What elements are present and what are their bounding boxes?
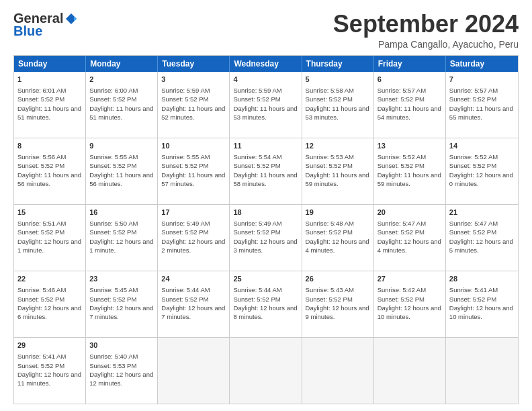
sunset-text: Sunset: 5:52 PM [449, 228, 515, 236]
day-number: 29 [17, 340, 82, 351]
calendar-cell: 22Sunrise: 5:46 AMSunset: 5:52 PMDayligh… [14, 271, 86, 337]
calendar-cell: 2Sunrise: 6:00 AMSunset: 5:52 PMDaylight… [86, 72, 158, 138]
calendar-cell [230, 338, 302, 404]
sunrise-text: Sunrise: 6:00 AM [89, 86, 154, 95]
day-number: 27 [378, 274, 442, 284]
title-block: September 2024 Pampa Cangallo, Ayacucho,… [333, 11, 519, 50]
sunset-text: Sunset: 5:52 PM [378, 295, 442, 304]
sunrise-text: Sunrise: 5:55 AM [161, 152, 226, 161]
header-monday: Monday [86, 56, 158, 72]
sunrise-text: Sunrise: 5:53 AM [306, 152, 370, 161]
calendar-cell: 6Sunrise: 5:57 AMSunset: 5:52 PMDaylight… [374, 72, 446, 138]
calendar-cell: 29Sunrise: 5:41 AMSunset: 5:52 PMDayligh… [14, 338, 86, 404]
day-number: 19 [306, 208, 370, 218]
daylight-text: Daylight: 12 hours and 11 minutes. [17, 370, 82, 388]
calendar-cell: 12Sunrise: 5:53 AMSunset: 5:52 PMDayligh… [302, 138, 374, 204]
daylight-text: Daylight: 11 hours and 53 minutes. [306, 104, 370, 122]
day-number: 25 [233, 274, 298, 284]
calendar-cell: 11Sunrise: 5:54 AMSunset: 5:52 PMDayligh… [230, 138, 302, 204]
calendar-cell: 15Sunrise: 5:51 AMSunset: 5:52 PMDayligh… [14, 205, 86, 271]
sunrise-text: Sunrise: 5:46 AM [17, 285, 82, 294]
calendar-cell: 7Sunrise: 5:57 AMSunset: 5:52 PMDaylight… [446, 72, 518, 138]
daylight-text: Daylight: 12 hours and 4 minutes. [306, 237, 370, 255]
sunrise-text: Sunrise: 5:49 AM [233, 219, 298, 228]
calendar: Sunday Monday Tuesday Wednesday Thursday… [13, 55, 519, 404]
sunrise-text: Sunrise: 5:59 AM [233, 86, 298, 95]
calendar-cell: 8Sunrise: 5:56 AMSunset: 5:52 PMDaylight… [14, 138, 86, 204]
day-number: 3 [161, 75, 226, 85]
day-number: 12 [306, 141, 370, 151]
sunrise-text: Sunrise: 5:49 AM [161, 219, 226, 228]
daylight-text: Daylight: 11 hours and 52 minutes. [161, 104, 226, 122]
daylight-text: Daylight: 12 hours and 3 minutes. [233, 237, 298, 255]
day-number: 28 [449, 274, 515, 284]
sunrise-text: Sunrise: 5:52 AM [449, 152, 515, 161]
calendar-cell: 20Sunrise: 5:47 AMSunset: 5:52 PMDayligh… [374, 205, 446, 271]
day-number: 6 [378, 75, 442, 85]
sunset-text: Sunset: 5:52 PM [17, 295, 82, 304]
sunrise-text: Sunrise: 5:43 AM [306, 285, 370, 294]
day-number: 22 [17, 274, 82, 284]
calendar-cell: 13Sunrise: 5:52 AMSunset: 5:52 PMDayligh… [374, 138, 446, 204]
daylight-text: Daylight: 12 hours and 10 minutes. [449, 304, 515, 322]
day-number: 14 [449, 141, 515, 151]
sunrise-text: Sunrise: 5:42 AM [378, 285, 442, 294]
calendar-cell: 19Sunrise: 5:48 AMSunset: 5:52 PMDayligh… [302, 205, 374, 271]
header-tuesday: Tuesday [158, 56, 230, 72]
calendar-cell: 10Sunrise: 5:55 AMSunset: 5:52 PMDayligh… [158, 138, 230, 204]
sunset-text: Sunset: 5:52 PM [161, 95, 226, 103]
daylight-text: Daylight: 12 hours and 8 minutes. [233, 304, 298, 322]
location-title: Pampa Cangallo, Ayacucho, Peru [333, 39, 519, 50]
daylight-text: Daylight: 12 hours and 9 minutes. [306, 304, 370, 322]
calendar-cell: 5Sunrise: 5:58 AMSunset: 5:52 PMDaylight… [302, 72, 374, 138]
sunset-text: Sunset: 5:52 PM [161, 295, 226, 304]
day-number: 18 [233, 208, 298, 218]
day-number: 4 [233, 75, 298, 85]
sunrise-text: Sunrise: 5:55 AM [89, 152, 154, 161]
sunset-text: Sunset: 5:52 PM [233, 295, 298, 304]
daylight-text: Daylight: 12 hours and 1 minute. [89, 237, 154, 255]
day-number: 30 [89, 340, 154, 351]
calendar-week-4: 22Sunrise: 5:46 AMSunset: 5:52 PMDayligh… [14, 271, 518, 337]
day-number: 2 [89, 75, 154, 85]
sunset-text: Sunset: 5:52 PM [378, 95, 442, 103]
daylight-text: Daylight: 11 hours and 51 minutes. [17, 104, 82, 122]
logo: General Blue [13, 11, 78, 39]
sunrise-text: Sunrise: 5:56 AM [17, 152, 82, 161]
sunrise-text: Sunrise: 6:01 AM [17, 86, 82, 95]
sunset-text: Sunset: 5:52 PM [233, 95, 298, 103]
sunrise-text: Sunrise: 5:47 AM [378, 219, 442, 228]
calendar-week-5: 29Sunrise: 5:41 AMSunset: 5:52 PMDayligh… [14, 337, 518, 404]
header: General Blue September 2024 Pampa Cangal… [13, 11, 519, 50]
day-number: 7 [449, 75, 515, 85]
daylight-text: Daylight: 11 hours and 57 minutes. [161, 171, 226, 189]
calendar-cell [446, 338, 518, 404]
header-wednesday: Wednesday [230, 56, 302, 72]
sunset-text: Sunset: 5:52 PM [449, 95, 515, 103]
day-number: 1 [17, 75, 82, 85]
daylight-text: Daylight: 12 hours and 7 minutes. [89, 304, 154, 322]
calendar-cell: 4Sunrise: 5:59 AMSunset: 5:52 PMDaylight… [230, 72, 302, 138]
header-saturday: Saturday [446, 56, 518, 72]
day-number: 17 [161, 208, 226, 218]
sunset-text: Sunset: 5:52 PM [161, 161, 226, 170]
daylight-text: Daylight: 11 hours and 51 minutes. [89, 104, 154, 122]
day-number: 9 [89, 141, 154, 151]
page: General Blue September 2024 Pampa Cangal… [0, 0, 532, 411]
day-number: 13 [378, 141, 442, 151]
daylight-text: Daylight: 11 hours and 53 minutes. [233, 104, 298, 122]
sunrise-text: Sunrise: 5:52 AM [378, 152, 442, 161]
calendar-cell: 23Sunrise: 5:45 AMSunset: 5:52 PMDayligh… [86, 271, 158, 337]
sunset-text: Sunset: 5:52 PM [161, 228, 226, 236]
sunrise-text: Sunrise: 5:44 AM [233, 285, 298, 294]
daylight-text: Daylight: 11 hours and 59 minutes. [306, 171, 370, 189]
sunset-text: Sunset: 5:52 PM [233, 228, 298, 236]
day-number: 26 [306, 274, 370, 284]
daylight-text: Daylight: 12 hours and 4 minutes. [378, 237, 442, 255]
sunset-text: Sunset: 5:52 PM [17, 228, 82, 236]
day-number: 20 [378, 208, 442, 218]
calendar-week-3: 15Sunrise: 5:51 AMSunset: 5:52 PMDayligh… [14, 204, 518, 271]
header-thursday: Thursday [302, 56, 374, 72]
sunset-text: Sunset: 5:52 PM [306, 95, 370, 103]
day-number: 8 [17, 141, 82, 151]
